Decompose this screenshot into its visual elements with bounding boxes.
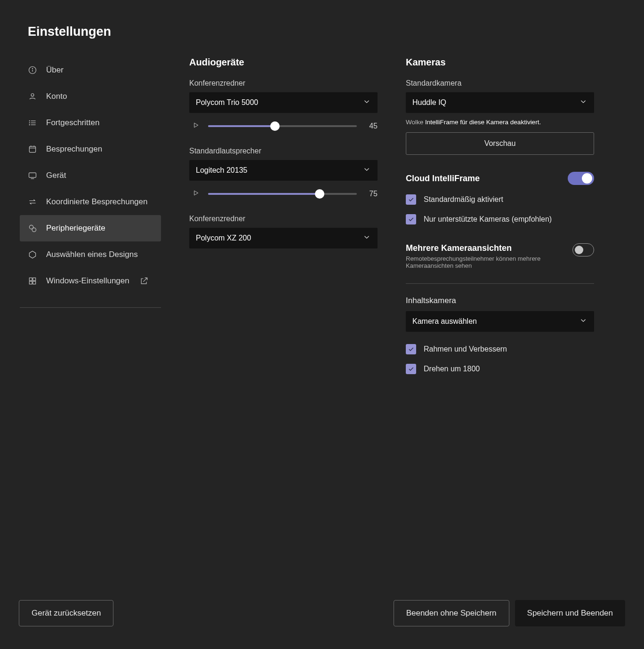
- conf-speaker-select[interactable]: Polycom Trio 5000: [189, 92, 378, 113]
- sidebar-item-windows-settings[interactable]: Windows-Einstellungen: [20, 268, 161, 294]
- sidebar-divider: [20, 307, 161, 308]
- account-icon: [27, 91, 38, 102]
- svg-point-3: [31, 94, 34, 96]
- chevron-down-icon: [362, 97, 371, 108]
- svg-rect-10: [29, 146, 35, 152]
- swap-icon: [27, 197, 38, 207]
- sidebar-item-label: Auswählen eines Designs: [46, 250, 138, 259]
- chevron-down-icon: [579, 97, 588, 108]
- svg-rect-20: [29, 281, 32, 284]
- preview-button[interactable]: Vorschau: [406, 132, 594, 155]
- windows-icon: [27, 276, 38, 286]
- sidebar-item-label: Gerät: [46, 171, 66, 180]
- select-value: Kamera auswählen: [412, 317, 477, 326]
- svg-rect-14: [29, 173, 36, 177]
- rotate-180-checkbox[interactable]: [406, 364, 416, 374]
- default-camera-select[interactable]: Huddle IQ: [406, 92, 594, 113]
- sidebar-item-coordinated-meetings[interactable]: Koordinierte Besprechungen: [20, 189, 161, 215]
- sidebar-item-about[interactable]: Über: [20, 57, 161, 83]
- conf-speaker2-label: Konferenzredner: [189, 215, 378, 223]
- cloud-intelliframe-toggle[interactable]: [568, 172, 594, 185]
- chevron-down-icon: [579, 316, 588, 327]
- footer: Gerät zurücksetzen Beenden ohne Speicher…: [0, 600, 644, 626]
- default-speaker-volume-slider[interactable]: [208, 193, 357, 195]
- svg-rect-19: [33, 278, 36, 280]
- play-icon[interactable]: [192, 121, 200, 131]
- cameras-divider: [406, 283, 594, 284]
- conf-speaker-volume-value: 45: [365, 122, 378, 130]
- sidebar-item-label: Besprechungen: [46, 144, 102, 154]
- peripherals-icon: [27, 223, 38, 233]
- conf-speaker-volume-slider[interactable]: [208, 125, 357, 127]
- cloud-intelliframe-label: Cloud IntelliFrame: [406, 174, 480, 184]
- svg-rect-18: [29, 278, 32, 280]
- cameras-section-title: Kameras: [406, 57, 594, 68]
- svg-rect-21: [33, 281, 36, 284]
- audio-section: Audiogeräte Konferenzredner Polycom Trio…: [189, 57, 378, 374]
- frame-enhance-label: Rahmen und Verbessern: [424, 345, 507, 353]
- select-value: Polycom XZ 200: [196, 234, 251, 242]
- exit-without-saving-button[interactable]: Beenden ohne Speichern: [394, 600, 509, 626]
- svg-point-7: [29, 120, 30, 121]
- content-camera-select[interactable]: Kamera auswählen: [406, 311, 594, 332]
- multi-view-sub: Remotebesprechungsteilnehmer können mehr…: [406, 255, 572, 269]
- theme-icon: [27, 249, 38, 260]
- svg-point-8: [29, 123, 30, 123]
- settings-sidebar: Über Konto Fortgeschritten Besprechungen: [20, 57, 161, 374]
- supported-only-label: Nur unterstützte Kameras (empfohlen): [424, 215, 552, 224]
- multi-view-toggle[interactable]: [572, 243, 594, 256]
- sidebar-item-theme[interactable]: Auswählen eines Designs: [20, 241, 161, 268]
- sidebar-item-label: Konto: [46, 92, 67, 101]
- frame-enhance-checkbox[interactable]: [406, 344, 416, 354]
- intelliframe-note: Wolke IntelliFrame für diese Kamera deak…: [406, 119, 594, 126]
- reset-device-button[interactable]: Gerät zurücksetzen: [19, 600, 113, 626]
- svg-point-9: [29, 125, 30, 125]
- sidebar-item-label: Windows-Einstellungen: [46, 276, 129, 286]
- conf-speaker2-select[interactable]: Polycom XZ 200: [189, 228, 378, 248]
- select-value: Polycom Trio 5000: [196, 98, 258, 107]
- default-speaker-label: Standardlautsprecher: [189, 147, 378, 155]
- svg-point-17: [32, 228, 36, 232]
- info-icon: [27, 65, 38, 75]
- calendar-icon: [27, 144, 38, 154]
- default-camera-label: Standardkamera: [406, 79, 594, 88]
- default-enabled-checkbox[interactable]: [406, 194, 416, 205]
- sidebar-item-label: Peripheriegeräte: [46, 224, 105, 233]
- cameras-section: Kameras Standardkamera Huddle IQ Wolke I…: [406, 57, 594, 374]
- rotate-180-label: Drehen um 1800: [424, 365, 480, 373]
- monitor-icon: [27, 170, 38, 181]
- sidebar-item-device[interactable]: Gerät: [20, 162, 161, 189]
- multi-view-label: Mehrere Kameraansichten: [406, 243, 572, 253]
- default-enabled-label: Standardmäßig aktiviert: [424, 195, 503, 204]
- sidebar-item-advanced[interactable]: Fortgeschritten: [20, 110, 161, 136]
- supported-only-checkbox[interactable]: [406, 214, 416, 224]
- conf-speaker-label: Konferenzredner: [189, 79, 378, 88]
- save-and-exit-button[interactable]: Speichern und Beenden: [515, 600, 625, 626]
- sidebar-item-meetings[interactable]: Besprechungen: [20, 136, 161, 162]
- chevron-down-icon: [362, 233, 371, 243]
- external-link-icon: [139, 276, 149, 286]
- sidebar-item-label: Über: [46, 65, 64, 75]
- sidebar-item-label: Koordinierte Besprechungen: [46, 197, 147, 207]
- list-icon: [27, 118, 38, 128]
- default-speaker-select[interactable]: Logitech 20135: [189, 160, 378, 181]
- sidebar-item-account[interactable]: Konto: [20, 83, 161, 110]
- sidebar-item-peripherals[interactable]: Peripheriegeräte: [20, 215, 161, 241]
- page-title: Einstellungen: [0, 0, 644, 39]
- chevron-down-icon: [362, 165, 371, 176]
- svg-point-2: [32, 68, 33, 69]
- audio-section-title: Audiogeräte: [189, 57, 378, 68]
- play-icon[interactable]: [192, 189, 200, 199]
- select-value: Logitech 20135: [196, 166, 247, 175]
- sidebar-item-label: Fortgeschritten: [46, 118, 99, 128]
- select-value: Huddle IQ: [412, 98, 446, 107]
- content-camera-label: Inhaltskamera: [406, 296, 594, 305]
- default-speaker-volume-value: 75: [365, 190, 378, 198]
